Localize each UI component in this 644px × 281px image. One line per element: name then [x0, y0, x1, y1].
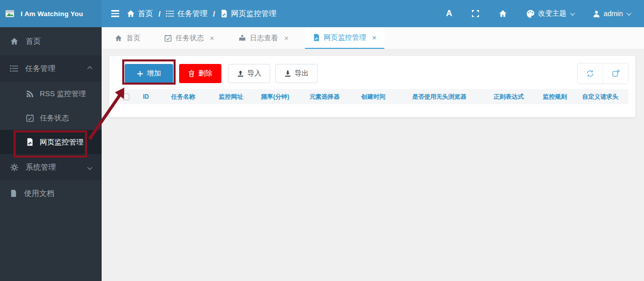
sidebar-item-docs[interactable]: 使用文档	[0, 180, 102, 206]
home-icon	[10, 37, 19, 45]
column-settings-icon	[612, 69, 620, 78]
home-icon	[499, 10, 507, 18]
column-header-frequency[interactable]: 频率(分钟)	[252, 93, 298, 101]
log-reader-icon	[238, 34, 246, 42]
logo[interactable]: I Am Watching You	[0, 0, 102, 27]
breadcrumb-item-tasks[interactable]: 任务管理	[166, 9, 207, 19]
sidebar-item-label: 系统管理	[26, 163, 56, 172]
tab-task-status[interactable]: 任务状态 ×	[156, 27, 222, 49]
fullscreen-button[interactable]	[471, 10, 479, 18]
tab-web-monitor[interactable]: 网页监控管理 ×	[305, 27, 385, 49]
export-button-label: 导出	[295, 69, 309, 78]
tab-close-icon[interactable]: ×	[210, 34, 214, 42]
import-button-label: 导入	[248, 69, 262, 78]
tab-bar: 首页 任务状态 × 日志查看 × 网页监控管理 ×	[102, 27, 644, 49]
breadcrumb-item-home[interactable]: 首页	[127, 9, 153, 19]
breadcrumb-label: 任务管理	[177, 9, 207, 19]
app-logo-icon	[5, 9, 16, 18]
table-header-row: ID 任务名称 监控网址 频率(分钟) 元素选择器 创建时间 是否使用无头浏览器…	[116, 89, 628, 104]
sidebar: 首页 任务管理 RSS 监控管理 任务状态 网页监控管理 系统管理 使用文档	[0, 27, 102, 281]
user-menu-label: admin	[604, 10, 623, 18]
calendar-check-icon	[165, 35, 172, 42]
refresh-icon	[586, 69, 594, 78]
home-icon	[115, 35, 122, 42]
gear-icon	[10, 163, 19, 172]
palette-icon	[526, 10, 535, 18]
column-header-id[interactable]: ID	[135, 93, 156, 100]
file-chart-icon	[313, 34, 320, 41]
chevron-down-icon	[570, 11, 575, 16]
sidebar-item-home[interactable]: 首页	[0, 27, 102, 55]
add-button[interactable]: 增加	[125, 64, 173, 83]
breadcrumb-label: 网页监控管理	[231, 9, 276, 19]
tab-label: 日志查看	[250, 34, 278, 43]
plus-icon	[137, 71, 143, 77]
sidebar-item-label: RSS 监控管理	[40, 89, 86, 99]
file-chart-icon	[26, 138, 34, 146]
header-actions: A 改变主题 admin	[446, 0, 644, 27]
upload-icon	[237, 70, 244, 77]
breadcrumb-label: 首页	[138, 9, 153, 19]
breadcrumb-separator: /	[157, 10, 162, 18]
column-settings-button[interactable]	[603, 63, 628, 84]
sidebar-item-label: 任务状态	[40, 113, 69, 123]
table-header-cell	[116, 94, 135, 100]
column-header-task-name[interactable]: 任务名称	[156, 93, 210, 101]
user-menu[interactable]: admin	[593, 10, 630, 18]
sidebar-item-label: 网页监控管理	[40, 137, 84, 147]
chevron-down-icon	[88, 165, 93, 170]
column-header-created-time[interactable]: 创建时间	[351, 93, 396, 101]
chevron-up-icon	[88, 66, 93, 71]
delete-button[interactable]: 删除	[179, 64, 221, 83]
toolbar: 增加 删除 导入 导出	[109, 56, 635, 84]
tab-close-icon[interactable]: ×	[372, 33, 377, 42]
sidebar-item-task-status[interactable]: 任务状态	[0, 106, 102, 130]
column-header-custom-headers[interactable]: 自定义请求头	[575, 93, 625, 101]
tab-label: 首页	[126, 34, 140, 43]
calendar-check-icon	[26, 114, 34, 122]
fullscreen-icon	[471, 10, 479, 18]
app-title: I Am Watching You	[21, 10, 83, 18]
delete-button-label: 删除	[198, 69, 212, 78]
file-icon	[10, 189, 17, 197]
top-header: I Am Watching You 首页 / 任务管理 / 网页监控管理 A	[0, 0, 644, 27]
add-button-label: 增加	[147, 69, 161, 78]
home-icon	[127, 10, 135, 18]
font-size-button[interactable]: A	[446, 9, 452, 19]
sidebar-item-task-management[interactable]: 任务管理	[0, 55, 102, 82]
menu-toggle-button[interactable]	[104, 0, 127, 27]
refresh-button[interactable]	[578, 63, 603, 84]
column-header-regex[interactable]: 正则表达式	[482, 93, 535, 101]
theme-menu[interactable]: 改变主题	[526, 9, 574, 18]
sidebar-item-system-management[interactable]: 系统管理	[0, 154, 102, 180]
export-button[interactable]: 导出	[275, 64, 317, 83]
column-header-monitor-rule[interactable]: 监控规则	[535, 93, 575, 101]
sidebar-item-web-monitor[interactable]: 网页监控管理	[0, 130, 102, 154]
breadcrumb-item-webmonitor[interactable]: 网页监控管理	[220, 9, 276, 19]
list-icon	[166, 10, 174, 17]
rss-icon	[26, 90, 34, 98]
tab-label: 网页监控管理	[324, 33, 366, 42]
tab-log-view[interactable]: 日志查看 ×	[230, 27, 297, 49]
list-icon	[10, 65, 18, 72]
column-header-element-selector[interactable]: 元素选择器	[298, 93, 351, 101]
column-header-headless-browser[interactable]: 是否使用无头浏览器	[396, 93, 482, 101]
table-tools	[577, 63, 628, 84]
sidebar-item-label: 任务管理	[25, 64, 55, 74]
tab-label: 任务状态	[176, 34, 204, 43]
tab-home[interactable]: 首页	[107, 27, 148, 49]
app-window: I Am Watching You 首页 / 任务管理 / 网页监控管理 A	[0, 0, 644, 281]
theme-menu-label: 改变主题	[538, 9, 567, 18]
user-icon	[593, 10, 600, 18]
home-button[interactable]	[499, 10, 507, 18]
trash-icon	[188, 70, 195, 77]
file-chart-icon	[220, 10, 228, 18]
column-header-monitor-url[interactable]: 监控网址	[210, 93, 252, 101]
import-button[interactable]: 导入	[228, 64, 270, 83]
select-all-checkbox[interactable]	[123, 94, 129, 100]
sidebar-item-label: 使用文档	[24, 189, 54, 198]
breadcrumb: 首页 / 任务管理 / 网页监控管理	[127, 0, 276, 27]
breadcrumb-separator: /	[212, 10, 216, 18]
sidebar-item-rss-monitor[interactable]: RSS 监控管理	[0, 82, 102, 106]
tab-close-icon[interactable]: ×	[284, 34, 289, 42]
